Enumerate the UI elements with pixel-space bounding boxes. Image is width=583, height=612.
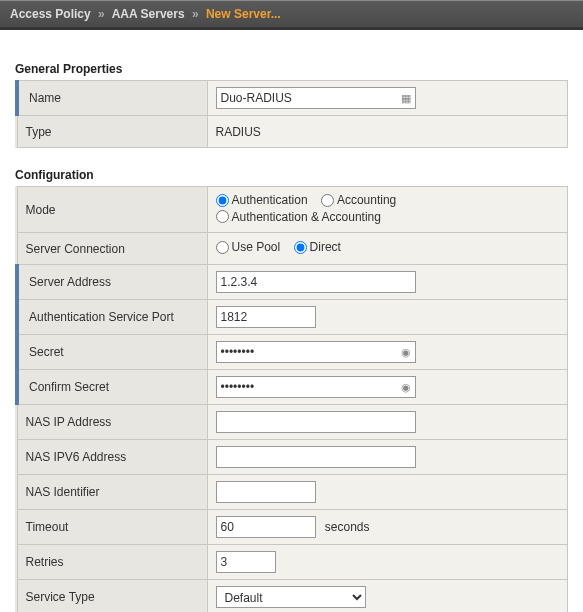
mode-acct-option[interactable]: Accounting bbox=[321, 193, 396, 207]
auth-port-label: Authentication Service Port bbox=[17, 300, 207, 335]
timeout-unit: seconds bbox=[325, 520, 370, 534]
server-connection-label: Server Connection bbox=[17, 233, 207, 265]
timeout-label: Timeout bbox=[17, 510, 207, 545]
type-value: RADIUS bbox=[207, 116, 568, 148]
nas-ipv6-input[interactable] bbox=[216, 446, 416, 468]
general-properties-table: Name ▦ Type RADIUS bbox=[15, 80, 568, 148]
secret-label: Secret bbox=[17, 335, 207, 370]
service-type-label: Service Type bbox=[17, 580, 207, 613]
mode-both-option[interactable]: Authentication & Accounting bbox=[216, 210, 381, 224]
section-config-title: Configuration bbox=[15, 168, 568, 182]
mode-both-radio[interactable] bbox=[216, 210, 229, 223]
retries-input[interactable] bbox=[216, 551, 276, 573]
type-label: Type bbox=[17, 116, 207, 148]
breadcrumb-current: New Server... bbox=[206, 7, 281, 21]
nas-ip-input[interactable] bbox=[216, 411, 416, 433]
mode-label: Mode bbox=[17, 187, 207, 233]
secret-input[interactable] bbox=[216, 341, 416, 363]
mode-auth-radio[interactable] bbox=[216, 194, 229, 207]
nas-identifier-label: NAS Identifier bbox=[17, 475, 207, 510]
retries-label: Retries bbox=[17, 545, 207, 580]
server-conn-direct-option[interactable]: Direct bbox=[294, 240, 341, 254]
breadcrumb: Access Policy » AAA Servers » New Server… bbox=[0, 0, 583, 30]
mode-auth-option[interactable]: Authentication bbox=[216, 193, 308, 207]
breadcrumb-part[interactable]: Access Policy bbox=[10, 7, 91, 21]
server-address-label: Server Address bbox=[17, 265, 207, 300]
breadcrumb-part[interactable]: AAA Servers bbox=[112, 7, 185, 21]
confirm-secret-label: Confirm Secret bbox=[17, 370, 207, 405]
server-address-input[interactable] bbox=[216, 271, 416, 293]
breadcrumb-sep: » bbox=[98, 7, 105, 21]
name-input[interactable] bbox=[216, 87, 416, 109]
server-conn-pool-option[interactable]: Use Pool bbox=[216, 240, 281, 254]
auth-port-input[interactable] bbox=[216, 306, 316, 328]
mode-acct-radio[interactable] bbox=[321, 194, 334, 207]
timeout-input[interactable] bbox=[216, 516, 316, 538]
nas-identifier-input[interactable] bbox=[216, 481, 316, 503]
configuration-table: Mode Authentication Accounting Authentic… bbox=[15, 186, 568, 612]
server-conn-pool-radio[interactable] bbox=[216, 241, 229, 254]
name-label: Name bbox=[17, 81, 207, 116]
server-conn-direct-radio[interactable] bbox=[294, 241, 307, 254]
nas-ipv6-label: NAS IPV6 Address bbox=[17, 440, 207, 475]
section-general-title: General Properties bbox=[15, 62, 568, 76]
breadcrumb-sep: » bbox=[192, 7, 199, 21]
nas-ip-label: NAS IP Address bbox=[17, 405, 207, 440]
confirm-secret-input[interactable] bbox=[216, 376, 416, 398]
service-type-select[interactable]: Default bbox=[216, 586, 366, 608]
